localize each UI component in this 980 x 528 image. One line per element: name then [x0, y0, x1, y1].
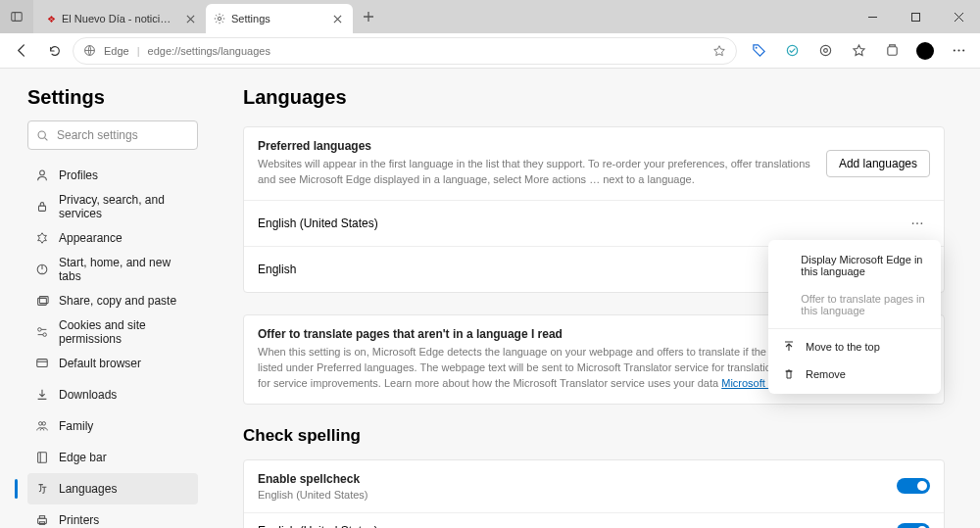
back-icon [15, 43, 29, 58]
close-window-button[interactable] [937, 0, 980, 33]
menu-remove[interactable]: Remove [768, 360, 941, 388]
nav-label: Family [59, 419, 93, 433]
spell-title: Check spelling [243, 426, 945, 446]
menu-move-to-top[interactable]: Move to the top [768, 333, 941, 360]
close-icon [186, 15, 195, 24]
preferred-desc: Websites will appear in the first langua… [258, 157, 826, 188]
sidebar-item[interactable]: Privacy, search, and services [27, 191, 198, 222]
sidebar-item[interactable]: Downloads [27, 379, 198, 410]
favorite-icon[interactable] [712, 44, 726, 58]
maximize-icon [910, 12, 921, 23]
svg-point-21 [38, 328, 42, 332]
puzzle-icon [818, 43, 833, 58]
collections-button[interactable] [876, 36, 907, 66]
nav-label: Appearance [59, 231, 122, 245]
nav-label: Start, home, and new tabs [59, 256, 190, 283]
tab-actions-button[interactable] [0, 0, 33, 33]
svg-point-14 [38, 131, 45, 138]
sidebar-item[interactable]: Languages [27, 473, 198, 504]
avatar [916, 42, 934, 60]
app-menu-button[interactable] [943, 36, 974, 66]
tab-label: Settings [231, 13, 323, 24]
nav-label: Profiles [59, 168, 98, 182]
sidebar-item[interactable]: Cookies and site permissions [27, 316, 198, 348]
toolbar: Edge | edge://settings/languages [0, 33, 980, 69]
nav-label: Cookies and site permissions [59, 318, 190, 346]
nav-icon [35, 263, 49, 276]
sidebar-item[interactable]: Start, home, and new tabs [27, 254, 198, 285]
site-icon: ❖ [47, 14, 56, 24]
spell-language-toggle[interactable] [897, 523, 930, 528]
sidebar-item[interactable]: Appearance [27, 222, 198, 254]
extensions-button[interactable] [809, 36, 841, 66]
svg-point-9 [823, 49, 827, 53]
nav-label: Downloads [59, 388, 117, 402]
menu-display-in-language[interactable]: Display Microsoft Edge in this language [768, 246, 941, 285]
sidebar-item[interactable]: Family [27, 410, 198, 442]
svg-point-7 [787, 45, 797, 55]
favorites-button[interactable] [843, 36, 874, 66]
svg-rect-17 [39, 206, 46, 211]
nav-label: Edge bar [59, 451, 107, 464]
sidebar-item[interactable]: Default browser [27, 348, 198, 379]
tag-icon [752, 43, 766, 58]
nav-icon [35, 357, 49, 370]
minimize-icon [867, 12, 878, 23]
url-text: edge://settings/languages [148, 45, 270, 57]
nav-icon [35, 200, 49, 214]
sidebar-item[interactable]: Share, copy and paste [27, 285, 198, 316]
address-bar[interactable]: Edge | edge://settings/languages [73, 37, 737, 65]
minimize-button[interactable] [851, 0, 894, 33]
profile-button[interactable] [909, 36, 941, 66]
search-input[interactable]: Search settings [27, 120, 198, 150]
menu-divider [768, 328, 941, 329]
nav-icon [35, 419, 49, 433]
spellcheck-toggle[interactable] [897, 478, 930, 494]
nav-icon [35, 451, 49, 464]
rewards-button[interactable] [776, 36, 808, 66]
svg-point-38 [912, 222, 914, 224]
tab-el-nuevo-dia[interactable]: ❖ El Nuevo Día - noticias de últim… [39, 4, 206, 33]
shopping-button[interactable] [743, 36, 774, 66]
svg-line-15 [45, 137, 48, 140]
tab-settings[interactable]: Settings [206, 4, 353, 33]
maximize-button[interactable] [894, 0, 937, 33]
spellcheck-card: Enable spellcheck English (United States… [243, 459, 945, 528]
svg-point-2 [218, 17, 220, 20]
nav-icon [35, 482, 49, 496]
sidebar-item[interactable]: Edge bar [27, 442, 198, 473]
svg-rect-4 [911, 13, 919, 21]
refresh-icon [48, 44, 62, 58]
close-tab-button[interactable] [182, 11, 198, 26]
add-languages-button[interactable]: Add languages [826, 150, 930, 177]
titlebar: ❖ El Nuevo Día - noticias de últim… Sett… [0, 0, 980, 33]
settings-sidebar: Settings Search settings ProfilesPrivacy… [0, 69, 212, 528]
enable-spellcheck-caption: English (United States) [258, 489, 897, 501]
ellipsis-icon [952, 43, 966, 58]
back-button[interactable] [6, 36, 37, 66]
search-placeholder: Search settings [57, 128, 138, 142]
nav-label: Default browser [59, 357, 141, 370]
nav-icon [35, 168, 49, 182]
refresh-button[interactable] [39, 36, 71, 66]
nav-icon [35, 388, 49, 402]
search-icon [36, 129, 49, 142]
language-more-button[interactable] [905, 211, 930, 236]
language-context-menu: Display Microsoft Edge in this language … [768, 240, 941, 394]
collections-icon [885, 43, 900, 58]
sidebar-item[interactable]: Printers [27, 504, 198, 528]
window-controls [851, 0, 980, 33]
spell-language-label: English (United States) [258, 524, 897, 528]
nav-label: Languages [59, 482, 117, 496]
close-icon [333, 15, 342, 24]
nav-icon [35, 513, 49, 527]
close-tab-button[interactable] [329, 11, 345, 26]
svg-point-13 [962, 49, 964, 51]
settings-main: Languages Preferred languages Websites w… [212, 69, 980, 528]
svg-point-22 [43, 333, 47, 337]
ellipsis-icon [910, 216, 924, 230]
svg-rect-0 [12, 13, 23, 22]
sidebar-item[interactable]: Profiles [27, 160, 198, 191]
svg-point-40 [921, 222, 923, 224]
new-tab-button[interactable] [355, 3, 382, 30]
